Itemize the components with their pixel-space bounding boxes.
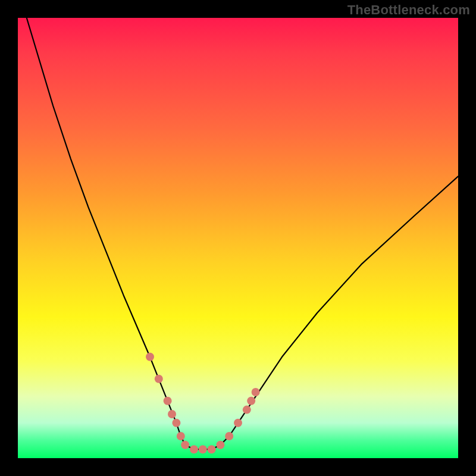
curve-marker xyxy=(243,406,251,414)
marker-group xyxy=(146,353,260,453)
curve-marker xyxy=(172,419,180,427)
curve-marker xyxy=(164,397,172,405)
curve-marker xyxy=(190,445,198,453)
curve-marker xyxy=(216,441,224,449)
curve-marker xyxy=(225,432,233,440)
curve-marker xyxy=(247,397,255,405)
curve-marker xyxy=(155,375,163,383)
curve-marker xyxy=(168,410,176,418)
curve-marker xyxy=(208,445,216,453)
bottleneck-curve xyxy=(27,18,458,449)
chart-plot-area xyxy=(18,18,458,458)
curve-marker xyxy=(234,419,242,427)
curve-marker xyxy=(199,445,207,453)
curve-marker xyxy=(177,432,185,440)
chart-svg xyxy=(18,18,458,458)
curve-marker xyxy=(146,353,154,361)
watermark-text: TheBottleneck.com xyxy=(347,2,470,18)
curve-marker xyxy=(181,441,189,449)
curve-marker xyxy=(252,388,260,396)
